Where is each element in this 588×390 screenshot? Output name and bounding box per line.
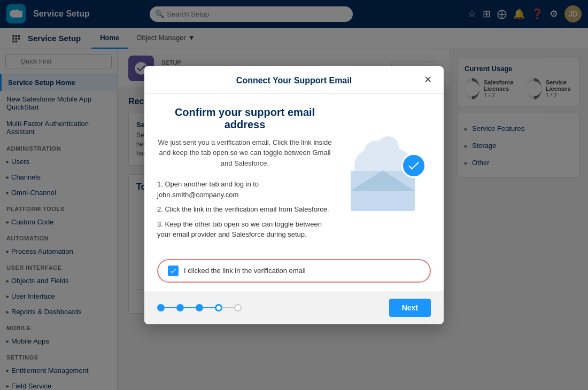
progress-dot-1: [157, 304, 165, 311]
checkbox-section: I clicked the link in the verification e…: [157, 259, 431, 283]
next-button[interactable]: Next: [389, 299, 431, 317]
step-email: john.smith@company.com: [157, 191, 238, 199]
progress-dot-2: [176, 304, 184, 311]
progress-dot-3: [196, 304, 203, 311]
modal-step-3: 3. Keep the other tab open so we can tog…: [157, 217, 332, 242]
step-text: Open another tab and log in to john.smit…: [157, 180, 259, 199]
modal-step-2: 2. Click the link in the verification em…: [157, 202, 332, 217]
progress-dot-4: [215, 304, 222, 311]
step-num: 2.: [157, 205, 165, 213]
modal-header: Connect Your Support Email ✕: [144, 66, 444, 93]
progress-dot-5: [234, 304, 242, 311]
modal-right: [345, 106, 431, 246]
modal-title: Connect Your Support Email: [236, 76, 352, 85]
progress-line-2: [184, 307, 196, 308]
modal-overlay[interactable]: Connect Your Support Email ✕ Confirm you…: [0, 0, 588, 390]
step-num: 1.: [157, 180, 165, 188]
progress-line-1: [165, 307, 176, 308]
modal-desc: We just sent you a verification email. C…: [157, 137, 332, 169]
modal-left: Confirm your support email address We ju…: [157, 106, 332, 246]
email-illustration: [348, 142, 428, 211]
step-text: Keep the other tab open so we can toggle…: [157, 220, 322, 239]
modal-step-1: 1. Open another tab and log in to john.s…: [157, 177, 332, 202]
step-num: 3.: [157, 220, 165, 228]
progress-line-3: [203, 307, 215, 308]
progress-dots: [157, 304, 242, 311]
progress-line-4: [222, 307, 234, 308]
verification-checkbox[interactable]: [168, 266, 179, 276]
cloud-bump-right: [377, 136, 399, 158]
modal-body: Confirm your support email address We ju…: [144, 93, 444, 259]
modal-footer: Next: [144, 291, 444, 324]
checkbox-label: I clicked the link in the verification e…: [184, 267, 306, 275]
check-badge: [401, 153, 426, 178]
modal: Connect Your Support Email ✕ Confirm you…: [144, 66, 444, 324]
modal-close-button[interactable]: ✕: [420, 72, 435, 87]
step-text: Click the link in the verification email…: [165, 205, 329, 213]
modal-confirm-title: Confirm your support email address: [157, 106, 332, 131]
